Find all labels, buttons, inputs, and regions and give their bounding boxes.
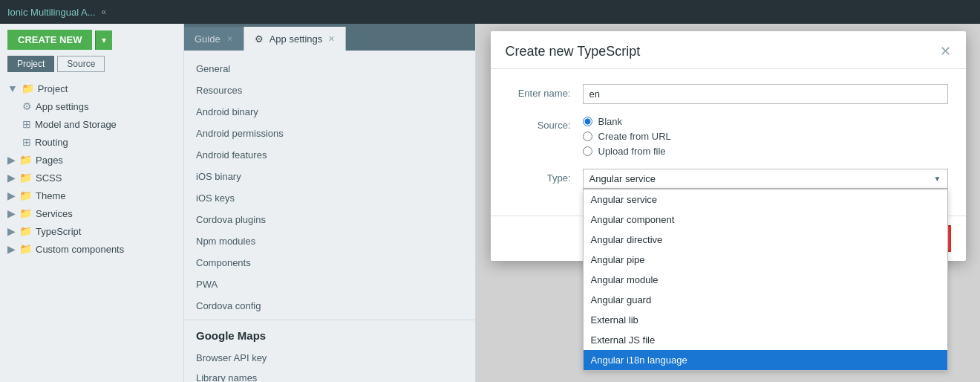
top-bar: Ionic Multilingual A... « bbox=[0, 0, 980, 24]
tree-label-pages: Pages bbox=[36, 155, 63, 166]
tree-item-scss[interactable]: ▶ 📁 SCSS bbox=[0, 169, 183, 187]
radio-blank[interactable]: Blank bbox=[583, 116, 948, 127]
sidebar: CREATE NEW ▾ Project Source ▼ 📁 Project … bbox=[0, 24, 184, 382]
tree-root[interactable]: ▼ 📁 Project bbox=[0, 80, 183, 97]
dropdown-external-lib[interactable]: External lib bbox=[584, 310, 947, 330]
model-icon: ⊞ bbox=[22, 118, 31, 130]
pages-icon: 📁 bbox=[19, 154, 32, 166]
tree-root-label: Project bbox=[38, 83, 68, 94]
type-label: Type: bbox=[509, 169, 583, 184]
tree-section: ▼ 📁 Project ⚙ App settings ⊞ Model and S… bbox=[0, 77, 183, 261]
dropdown-angular-guard[interactable]: Angular guard bbox=[584, 290, 947, 310]
tab-guide[interactable]: Guide ✕ bbox=[184, 27, 244, 51]
create-new-button[interactable]: CREATE NEW bbox=[7, 30, 92, 50]
radio-file-label: Upload from file bbox=[598, 146, 666, 157]
name-input[interactable] bbox=[583, 84, 948, 104]
sidebar-tab-row: Project Source bbox=[0, 56, 183, 77]
tree-label-model-storage: Model and Storage bbox=[35, 119, 117, 130]
form-row-name: Enter name: bbox=[509, 84, 948, 104]
name-field-wrapper bbox=[583, 84, 948, 104]
tree-item-typescript[interactable]: ▶ 📁 TypeScript bbox=[0, 222, 183, 240]
dropdown-external-js[interactable]: External JS file bbox=[584, 330, 947, 350]
tab-app-settings[interactable]: ⚙ App settings ✕ bbox=[244, 27, 347, 51]
dropdown-angular-component[interactable]: Angular component bbox=[584, 210, 947, 230]
dialog-body: Enter name: Source: Blank bbox=[491, 69, 966, 216]
tab-bar: Guide ✕ ⚙ App settings ✕ bbox=[184, 24, 475, 51]
dialog: Create new TypeScript ✕ Enter name: Sour… bbox=[491, 31, 966, 261]
menu-cordova-plugins[interactable]: Cordova plugins bbox=[184, 209, 475, 230]
radio-url[interactable]: Create from URL bbox=[583, 131, 948, 142]
menu-android-permissions[interactable]: Android permissions bbox=[184, 123, 475, 144]
menu-ios-keys[interactable]: iOS keys bbox=[184, 187, 475, 209]
cc-folder-icon: ▶ bbox=[7, 243, 16, 255]
center-scroll: General Resources Android binary Android… bbox=[184, 51, 475, 382]
collapse-icon[interactable]: « bbox=[102, 7, 107, 17]
dialog-header: Create new TypeScript ✕ bbox=[491, 31, 966, 69]
tab-guide-close[interactable]: ✕ bbox=[226, 34, 233, 44]
scss-icon: 📁 bbox=[19, 172, 32, 184]
radio-url-label: Create from URL bbox=[598, 131, 671, 142]
right-panel: Create new TypeScript ✕ Enter name: Sour… bbox=[475, 24, 980, 382]
menu-android-binary[interactable]: Android binary bbox=[184, 101, 475, 123]
gmap-item-library-names[interactable]: Library names bbox=[196, 368, 463, 382]
menu-cordova-config[interactable]: Cordova config bbox=[184, 295, 475, 317]
type-select-value: Angular service bbox=[589, 173, 656, 184]
type-select-display[interactable]: Angular service ▼ bbox=[583, 169, 948, 189]
tree-item-theme[interactable]: ▶ 📁 Theme bbox=[0, 187, 183, 204]
radio-blank-label: Blank bbox=[598, 116, 623, 127]
tree-item-routing[interactable]: ⊞ Routing bbox=[0, 133, 183, 151]
dropdown-angular-directive[interactable]: Angular directive bbox=[584, 230, 947, 250]
source-radio-group: Blank Create from URL Upload from file bbox=[583, 116, 948, 157]
tree-item-services[interactable]: ▶ 📁 Services bbox=[0, 204, 183, 222]
menu-android-features[interactable]: Android features bbox=[184, 144, 475, 166]
dropdown-angular-i18n[interactable]: Angular i18n language bbox=[584, 350, 947, 370]
services-icon: 📁 bbox=[19, 207, 32, 219]
main-layout: CREATE NEW ▾ Project Source ▼ 📁 Project … bbox=[0, 24, 980, 382]
dropdown-angular-pipe[interactable]: Angular pipe bbox=[584, 250, 947, 270]
tree-label-routing: Routing bbox=[35, 137, 68, 148]
menu-pwa[interactable]: PWA bbox=[184, 273, 475, 295]
tree-label-custom-components: Custom components bbox=[36, 244, 124, 255]
radio-file-input[interactable] bbox=[583, 146, 592, 156]
tab-app-settings-close[interactable]: ✕ bbox=[328, 34, 335, 44]
pages-folder-icon: ▶ bbox=[7, 154, 16, 166]
center-content: Guide ✕ ⚙ App settings ✕ General Resourc… bbox=[184, 24, 475, 382]
menu-ios-binary[interactable]: iOS binary bbox=[184, 166, 475, 187]
tab-source[interactable]: Source bbox=[57, 56, 105, 72]
form-row-type: Type: Angular service ▼ Angular service … bbox=[509, 169, 948, 189]
tree-label-theme: Theme bbox=[36, 190, 65, 201]
menu-npm-modules[interactable]: Npm modules bbox=[184, 230, 475, 252]
dropdown-angular-module[interactable]: Angular module bbox=[584, 270, 947, 290]
tab-settings-icon: ⚙ bbox=[255, 33, 264, 45]
routing-icon: ⊞ bbox=[22, 136, 31, 148]
tree-item-app-settings[interactable]: ⚙ App settings bbox=[0, 97, 183, 115]
tree-label-services: Services bbox=[36, 208, 73, 219]
type-dropdown-list: Angular service Angular component Angula… bbox=[583, 189, 948, 371]
create-new-dropdown-button[interactable]: ▾ bbox=[95, 30, 112, 50]
tree-item-model-storage[interactable]: ⊞ Model and Storage bbox=[0, 115, 183, 133]
chevron-down-icon: ▼ bbox=[934, 175, 941, 183]
tab-project[interactable]: Project bbox=[7, 56, 54, 72]
name-label: Enter name: bbox=[509, 84, 583, 99]
tree-item-pages[interactable]: ▶ 📁 Pages bbox=[0, 151, 183, 169]
divider-1 bbox=[184, 320, 475, 320]
gmap-item-browser-api[interactable]: Browser API key bbox=[196, 348, 463, 368]
services-folder-icon: ▶ bbox=[7, 207, 16, 219]
tree-item-custom-components[interactable]: ▶ 📁 Custom components bbox=[0, 240, 183, 258]
tab-app-settings-label: App settings bbox=[270, 33, 323, 45]
source-label: Source: bbox=[509, 116, 583, 131]
create-new-row: CREATE NEW ▾ bbox=[0, 24, 183, 56]
tab-guide-label: Guide bbox=[195, 33, 220, 45]
dropdown-angular-service[interactable]: Angular service bbox=[584, 190, 947, 210]
folder-expand-icon: ▼ bbox=[7, 82, 18, 94]
google-maps-title: Google Maps bbox=[196, 329, 463, 342]
dialog-close-button[interactable]: ✕ bbox=[940, 43, 951, 59]
menu-resources[interactable]: Resources bbox=[184, 80, 475, 101]
menu-general[interactable]: General bbox=[184, 58, 475, 80]
menu-components[interactable]: Components bbox=[184, 252, 475, 273]
radio-url-input[interactable] bbox=[583, 132, 592, 141]
radio-file[interactable]: Upload from file bbox=[583, 146, 948, 157]
tree-label-typescript: TypeScript bbox=[36, 226, 81, 237]
radio-blank-input[interactable] bbox=[583, 117, 592, 126]
root-folder-icon: 📁 bbox=[22, 82, 34, 94]
